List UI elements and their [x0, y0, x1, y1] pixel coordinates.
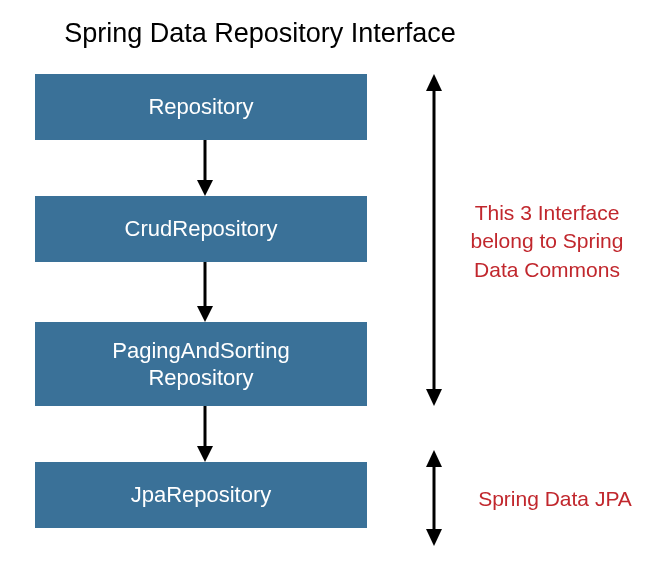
box-jpa-repository-label: JpaRepository	[131, 481, 272, 509]
arrow-down-icon	[195, 140, 215, 196]
svg-marker-8	[426, 389, 442, 406]
annotation-spring-data-commons: This 3 Interface belong to Spring Data C…	[462, 199, 632, 284]
arrow-down-icon	[195, 262, 215, 322]
svg-marker-5	[197, 446, 213, 462]
double-arrow-vertical-icon	[424, 74, 444, 406]
box-repository-label: Repository	[148, 93, 253, 121]
box-crud-repository: CrudRepository	[35, 196, 367, 262]
box-crud-repository-label: CrudRepository	[125, 215, 278, 243]
svg-marker-11	[426, 529, 442, 546]
svg-marker-1	[197, 180, 213, 196]
svg-marker-3	[197, 306, 213, 322]
box-repository: Repository	[35, 74, 367, 140]
svg-marker-10	[426, 450, 442, 467]
arrow-down-icon	[195, 406, 215, 462]
diagram-title: Spring Data Repository Interface	[0, 18, 520, 49]
annotation-spring-data-jpa: Spring Data JPA	[470, 485, 640, 513]
box-paging-and-sorting-repository: PagingAndSorting Repository	[35, 322, 367, 406]
box-jpa-repository: JpaRepository	[35, 462, 367, 528]
box-paging-and-sorting-repository-label: PagingAndSorting Repository	[112, 337, 289, 392]
svg-marker-7	[426, 74, 442, 91]
double-arrow-vertical-icon	[424, 450, 444, 546]
